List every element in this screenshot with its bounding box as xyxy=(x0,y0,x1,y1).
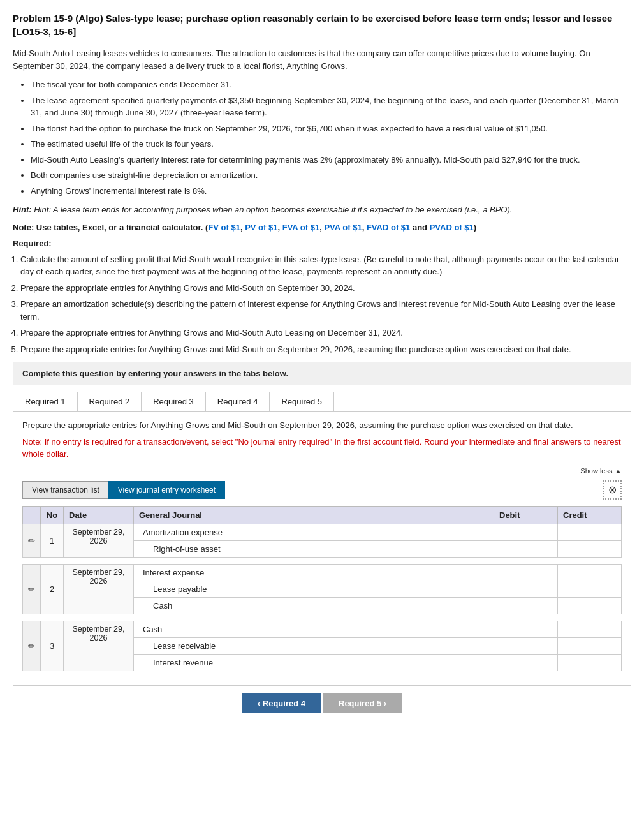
tab-description: Prepare the appropriate entries for Anyt… xyxy=(22,419,622,432)
entry-date-2: September 29, 2026 xyxy=(64,564,134,614)
nav-buttons: ‹ Required 4 Required 5 › xyxy=(13,693,631,713)
debit-field[interactable] xyxy=(494,637,558,654)
bullet-item: The florist had the option to purchase t… xyxy=(31,122,631,135)
view-journal-entry-worksheet-button[interactable]: View journal entry worksheet xyxy=(108,481,225,499)
debit-field[interactable] xyxy=(494,597,558,614)
entry-no-3: 3 xyxy=(41,621,64,671)
fvad-link[interactable]: FVAD of $1 xyxy=(367,223,410,232)
account-field[interactable]: Right-of-use asset xyxy=(134,540,494,557)
bullet-item: The lease agreement specified quarterly … xyxy=(31,94,631,119)
account-field[interactable]: Cash xyxy=(134,597,494,614)
col-gj: General Journal xyxy=(134,506,494,524)
credit-field[interactable] xyxy=(558,654,622,671)
pvad-link[interactable]: PVAD of $1 xyxy=(430,223,474,232)
credit-field[interactable] xyxy=(558,564,622,581)
bullet-item: Both companies use straight-line depreci… xyxy=(31,169,631,182)
credit-field[interactable] xyxy=(558,637,622,654)
edit-icon-1[interactable]: ✏ xyxy=(23,524,41,557)
required-item-4: Prepare the appropriate entries for Anyt… xyxy=(20,327,631,339)
account-field[interactable]: Cash xyxy=(134,621,494,637)
prev-button[interactable]: ‹ Required 4 xyxy=(242,693,321,713)
tab-content-area: Prepare the appropriate entries for Anyt… xyxy=(13,411,631,686)
tab-note: Note: If no entry is required for a tran… xyxy=(22,436,622,461)
entry-date-1: September 29, 2026 xyxy=(64,524,134,557)
entry-date-3: September 29, 2026 xyxy=(64,621,134,671)
tab-required-4[interactable]: Required 4 xyxy=(206,392,270,411)
intro-text: Mid-South Auto Leasing leases vehicles t… xyxy=(13,47,631,72)
account-field[interactable]: Amortization expense xyxy=(134,524,494,540)
required-item-3: Prepare an amortization schedule(s) desc… xyxy=(20,298,631,323)
required-label: Required: xyxy=(13,239,631,248)
entry-no-2: 2 xyxy=(41,564,64,614)
bullet-list: The fiscal year for both companies ends … xyxy=(31,78,631,197)
bullet-item: Mid-South Auto Leasing's quarterly inter… xyxy=(31,154,631,167)
required-item-2: Prepare the appropriate entries for Anyt… xyxy=(20,282,631,295)
col-date: Date xyxy=(64,506,134,524)
table-row: ✏ 2 September 29, 2026 Interest expense xyxy=(23,564,622,581)
next-button[interactable]: Required 5 › xyxy=(323,693,402,713)
note-line: Note: Use tables, Excel, or a financial … xyxy=(13,223,631,232)
col-credit: Credit xyxy=(558,506,622,524)
required-list: Calculate the amount of selling profit t… xyxy=(20,253,631,356)
credit-field[interactable] xyxy=(558,597,622,614)
show-less-button[interactable]: Show less ▲ xyxy=(22,466,622,475)
fva-link[interactable]: FVA of $1 xyxy=(282,223,320,232)
complete-box: Complete this question by entering your … xyxy=(13,362,631,385)
table-row: ✏ 1 September 29, 2026 Amortization expe… xyxy=(23,524,622,540)
pva-link[interactable]: PVA of $1 xyxy=(324,223,362,232)
account-field[interactable]: Interest expense xyxy=(134,564,494,581)
account-field[interactable]: Lease payable xyxy=(134,581,494,597)
credit-field[interactable] xyxy=(558,540,622,557)
credit-field[interactable] xyxy=(558,581,622,597)
credit-field[interactable] xyxy=(558,524,622,540)
debit-field[interactable] xyxy=(494,524,558,540)
tab-required-3[interactable]: Required 3 xyxy=(142,392,206,411)
edit-icon-2[interactable]: ✏ xyxy=(23,564,41,614)
view-transaction-list-button[interactable]: View transaction list xyxy=(22,481,108,499)
hint-text: Hint: Hint: A lease term ends for accoun… xyxy=(13,204,631,216)
required-item-1: Calculate the amount of selling profit t… xyxy=(20,253,631,278)
grid-icon[interactable]: ⊗ xyxy=(603,480,622,500)
tab-required-1[interactable]: Required 1 xyxy=(13,392,78,411)
table-row: ✏ 3 September 29, 2026 Cash xyxy=(23,621,622,637)
problem-title: Problem 15-9 (Algo) Sales-type lease; pu… xyxy=(13,11,631,38)
col-no: No xyxy=(41,506,64,524)
account-field[interactable]: Lease receivable xyxy=(134,637,494,654)
col-debit: Debit xyxy=(494,506,558,524)
bullet-item: The estimated useful life of the truck i… xyxy=(31,138,631,151)
chevron-up-icon: ▲ xyxy=(615,467,622,475)
required-item-5: Prepare the appropriate entries for Anyt… xyxy=(20,343,631,356)
tabs-container: Required 1 Required 2 Required 3 Require… xyxy=(13,392,334,411)
account-field[interactable]: Interest revenue xyxy=(134,654,494,671)
debit-field[interactable] xyxy=(494,564,558,581)
debit-field[interactable] xyxy=(494,540,558,557)
journal-table: No Date General Journal Debit Credit ✏ 1… xyxy=(22,506,622,671)
col-edit xyxy=(23,506,41,524)
edit-icon-3[interactable]: ✏ xyxy=(23,621,41,671)
debit-field[interactable] xyxy=(494,654,558,671)
grid-symbol: ⊗ xyxy=(608,484,617,496)
toolbar: View transaction list View journal entry… xyxy=(22,480,622,500)
fv-link[interactable]: FV of $1 xyxy=(208,223,240,232)
bullet-item: The fiscal year for both companies ends … xyxy=(31,78,631,91)
credit-field[interactable] xyxy=(558,621,622,637)
debit-field[interactable] xyxy=(494,621,558,637)
pv-link[interactable]: PV of $1 xyxy=(245,223,277,232)
tab-required-2[interactable]: Required 2 xyxy=(78,392,142,411)
debit-field[interactable] xyxy=(494,581,558,597)
bullet-item: Anything Grows' incremental interest rat… xyxy=(31,185,631,198)
tab-required-5[interactable]: Required 5 xyxy=(270,392,333,411)
entry-no-1: 1 xyxy=(41,524,64,557)
